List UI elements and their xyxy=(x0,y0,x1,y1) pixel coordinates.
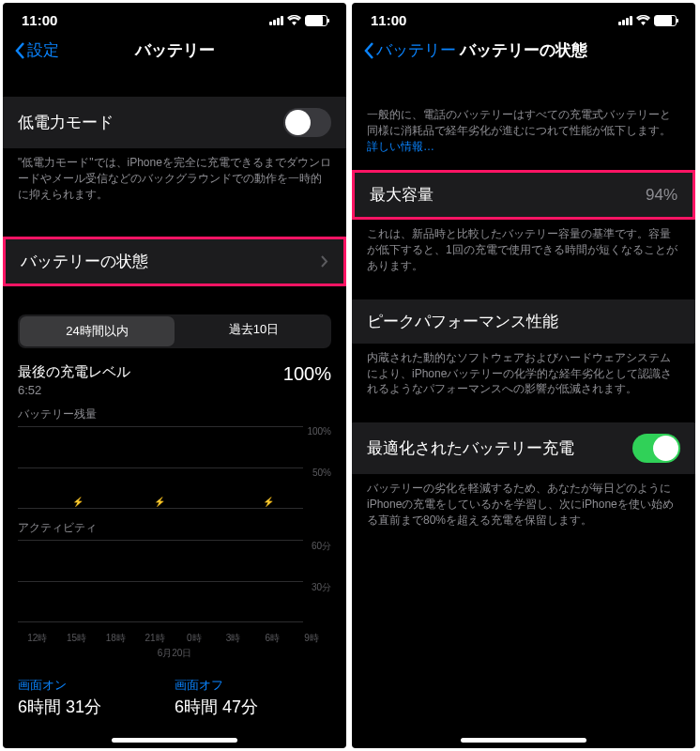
low-power-footer: "低電力モード"では、iPhoneを完全に充電できるまでダウンロードやメール受信… xyxy=(3,148,346,208)
page-title: バッテリーの状態 xyxy=(460,39,587,61)
screen-off-label: 画面オフ xyxy=(175,677,331,694)
wifi-icon xyxy=(287,15,301,25)
low-power-toggle[interactable] xyxy=(283,108,331,137)
chevron-right-icon xyxy=(321,255,328,268)
usage-row: 画面オン 6時間 31分 画面オフ 6時間 47分 xyxy=(3,667,346,737)
chart-x-axis: 12時15時18時21時0時3時6時9時 xyxy=(3,628,346,645)
chevron-left-icon xyxy=(363,41,374,60)
segment-24h[interactable]: 24時間以内 xyxy=(20,316,175,346)
back-button[interactable]: バッテリー xyxy=(363,39,456,61)
signal-icon xyxy=(618,16,632,25)
phone-left: 11:00 設定 バッテリー 低電力モード "低電力モード"では、iPhoneを… xyxy=(3,3,346,748)
max-capacity-footer: これは、新品時と比較したバッテリー容量の基準です。容量が低下すると、1回の充電で… xyxy=(352,220,695,280)
last-charge-pct: 100% xyxy=(283,363,331,385)
screen-on-value: 6時間 31分 xyxy=(18,696,175,718)
screen-off-value: 6時間 47分 xyxy=(175,696,331,718)
signal-icon xyxy=(269,16,283,25)
optimized-label: 最適化されたバッテリー充電 xyxy=(367,437,574,459)
peak-footer: 内蔵された動的なソフトウェアおよびハードウェアシステムにより、iPhoneバッテ… xyxy=(352,344,695,404)
max-capacity-value: 94% xyxy=(646,186,677,205)
chart2-title: アクティビティ xyxy=(18,520,331,536)
screen-on-label: 画面オン xyxy=(18,677,175,694)
peak-performance-row: ピークパフォーマンス性能 xyxy=(352,299,695,344)
chart-date: 6月20日 xyxy=(3,645,346,667)
nav-bar: バッテリー バッテリーの状態 xyxy=(352,32,695,69)
battery-chart: バッテリー残量 100%50% ⚡⚡⚡ xyxy=(3,401,346,514)
optimized-footer: バッテリーの劣化を軽減するため、あなたが毎日どのようにiPhoneの充電をしてい… xyxy=(352,474,695,534)
battery-icon xyxy=(654,15,677,26)
last-charge-label: 最後の充電レベル xyxy=(18,363,130,381)
last-charge-time: 6:52 xyxy=(18,383,130,397)
status-bar: 11:00 xyxy=(352,3,695,32)
page-title: バッテリー xyxy=(135,39,215,61)
segment-control[interactable]: 24時間以内 過去10日 xyxy=(18,314,331,348)
optimized-charging-row[interactable]: 最適化されたバッテリー充電 xyxy=(352,422,695,474)
battery-icon xyxy=(305,15,327,26)
status-bar: 11:00 xyxy=(3,3,346,32)
optimized-toggle[interactable] xyxy=(632,434,680,463)
chevron-left-icon xyxy=(14,41,25,60)
nav-bar: 設定 バッテリー xyxy=(3,32,346,69)
max-capacity-label: 最大容量 xyxy=(370,184,434,206)
battery-health-section: バッテリーの状態 xyxy=(3,237,346,286)
last-charge-row: 最後の充電レベル 6:52 100% xyxy=(3,356,346,401)
status-icons xyxy=(269,15,327,26)
activity-chart: アクティビティ 60分30分 xyxy=(3,514,346,628)
max-capacity-row: 最大容量 94% xyxy=(352,170,695,220)
back-label: バッテリー xyxy=(376,39,456,61)
back-button[interactable]: 設定 xyxy=(14,39,59,61)
battery-health-row[interactable]: バッテリーの状態 xyxy=(3,237,346,286)
home-indicator[interactable] xyxy=(461,738,586,743)
low-power-row[interactable]: 低電力モード xyxy=(3,97,346,148)
low-power-label: 低電力モード xyxy=(18,112,114,133)
status-time: 11:00 xyxy=(371,12,406,28)
home-indicator[interactable] xyxy=(112,738,237,743)
low-power-section: 低電力モード "低電力モード"では、iPhoneを完全に充電できるまでダウンロー… xyxy=(3,97,346,208)
back-label: 設定 xyxy=(27,39,59,61)
phone-right: 11:00 バッテリー バッテリーの状態 一般的に、電話のバッテリーはすべての充… xyxy=(352,3,695,748)
segment-10d[interactable]: 過去10日 xyxy=(176,314,331,348)
status-time: 11:00 xyxy=(22,12,57,28)
chart1-title: バッテリー残量 xyxy=(18,406,331,422)
peak-label: ピークパフォーマンス性能 xyxy=(367,311,558,332)
intro-text: 一般的に、電話のバッテリーはすべての充電式バッテリーと同様に消耗品で経年劣化が進… xyxy=(352,100,695,161)
status-icons xyxy=(618,15,677,26)
usage-section: 24時間以内 過去10日 最後の充電レベル 6:52 100% バッテリー残量 … xyxy=(3,314,346,737)
intro-link[interactable]: 詳しい情報… xyxy=(367,140,434,153)
wifi-icon xyxy=(636,15,650,25)
battery-health-label: バッテリーの状態 xyxy=(21,251,148,272)
